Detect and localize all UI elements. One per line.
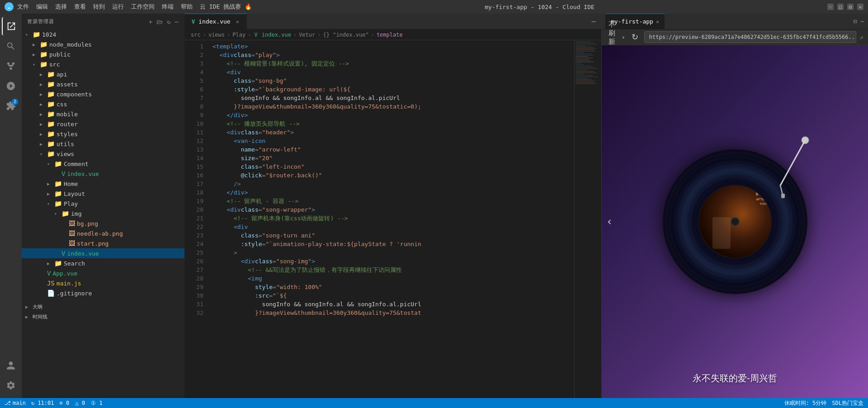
sidebar: 资源管理器 + 🗁 ↻ ⋯ ▾ 📁 1024 ▶ 📁 node_modules bbox=[22, 14, 184, 398]
window-title: my-first-app - 1024 - Cloud IDE bbox=[255, 4, 824, 10]
tree-item-api[interactable]: ▶ 📁 api bbox=[22, 69, 184, 79]
git-branch-status[interactable]: ⎇ main bbox=[5, 400, 26, 406]
code-line-30: :src="`${ bbox=[212, 291, 569, 300]
errors-status[interactable]: ⊘ 0 △ 0 ① 1 bbox=[60, 400, 103, 406]
code-line-26: <div class="song-img"> bbox=[212, 257, 569, 266]
tree-item-mobile[interactable]: ▶ 📁 mobile bbox=[22, 109, 184, 119]
sidebar-header-actions[interactable]: + 🗁 ↻ ⋯ bbox=[149, 18, 179, 25]
menu-edit[interactable]: 编辑 bbox=[36, 3, 48, 11]
account-icon[interactable] bbox=[2, 356, 20, 375]
settings-icon[interactable] bbox=[2, 376, 20, 394]
maximize-button[interactable]: □ bbox=[837, 4, 844, 10]
tree-item-home[interactable]: ▶ 📁 Home bbox=[22, 179, 184, 189]
preview-tab-close-button[interactable]: ✕ bbox=[656, 19, 659, 25]
split-button[interactable]: ⊟ bbox=[847, 4, 854, 10]
browser-reload-button[interactable]: ↻ bbox=[630, 32, 641, 43]
code-line-31: songInfo && songInfo.al && songInfo.al.p… bbox=[212, 300, 569, 308]
debug-icon[interactable] bbox=[2, 77, 20, 95]
menu-terminal[interactable]: 终端 bbox=[162, 3, 174, 11]
tree-item-play[interactable]: ▾ 📁 Play bbox=[22, 199, 184, 209]
tab-close-button[interactable]: ✕ bbox=[236, 19, 239, 25]
tree-item-gitignore[interactable]: 📄 .gitignore bbox=[22, 288, 184, 298]
tree-item-outline-header[interactable]: ▶ 大纲 bbox=[22, 302, 184, 312]
menu-select[interactable]: 选择 bbox=[55, 3, 67, 11]
menu-view[interactable]: 查看 bbox=[74, 3, 86, 11]
code-line-13: name="arrow-left" bbox=[212, 145, 569, 154]
tree-item-needle-ab-png[interactable]: 🖼 needle-ab.png bbox=[22, 228, 184, 238]
extensions-icon[interactable]: 2 bbox=[2, 97, 20, 115]
svg-line-4 bbox=[780, 140, 805, 185]
open-external-icon[interactable]: ↗ bbox=[860, 33, 863, 41]
sync-status[interactable]: ↻ 11:01 bbox=[31, 400, 54, 406]
tree-item-assets[interactable]: ▶ 📁 assets bbox=[22, 79, 184, 89]
git-branch-label: main bbox=[13, 400, 26, 406]
minimize-button[interactable]: － bbox=[827, 4, 834, 10]
tree-item-utils[interactable]: ▶ 📁 utils bbox=[22, 139, 184, 149]
more-actions-icon[interactable]: ⋯ bbox=[591, 17, 596, 26]
code-line-4: <div bbox=[212, 68, 569, 76]
breadcrumb-template[interactable]: template bbox=[377, 32, 403, 38]
code-editor[interactable]: <template> <div class="play"> <!-- 模糊背景(… bbox=[207, 40, 574, 398]
menu-goto[interactable]: 转到 bbox=[93, 3, 105, 11]
menu-run[interactable]: 运行 bbox=[112, 3, 124, 11]
breadcrumb: src › views › Play › V index.vue › Vetur… bbox=[184, 29, 601, 40]
tree-item-public[interactable]: ▶ 📁 public bbox=[22, 49, 184, 59]
tree-item-views[interactable]: ▾ 📁 views bbox=[22, 149, 184, 159]
svg-point-0 bbox=[9, 67, 12, 70]
dropdown-arrow-icon[interactable]: ▾ bbox=[622, 34, 625, 41]
sidebar-content: ▾ 📁 1024 ▶ 📁 node_modules ▶ 📁 public ▾ 📁… bbox=[22, 29, 184, 398]
tab-index-vue[interactable]: V index.vue ✕ bbox=[184, 14, 247, 29]
tree-item-play-index-vue[interactable]: V index.vue bbox=[22, 248, 184, 258]
tree-item-layout[interactable]: ▶ 📁 Layout bbox=[22, 189, 184, 199]
git-icon[interactable] bbox=[2, 57, 20, 75]
explorer-icon[interactable] bbox=[2, 17, 20, 35]
tree-item-timeline-header[interactable]: ▶ 时间线 bbox=[22, 312, 184, 322]
tree-root[interactable]: ▾ 📁 1024 bbox=[22, 29, 184, 39]
tree-item-comment[interactable]: ▾ 📁 Comment bbox=[22, 159, 184, 169]
window-controls[interactable]: － □ ⊟ ✕ bbox=[827, 4, 863, 10]
encoding-status[interactable]: SDL热门宝盒 bbox=[832, 399, 863, 407]
sync-label: 11:01 bbox=[38, 400, 54, 406]
code-line-9: </div> bbox=[212, 111, 569, 119]
tree-item-css[interactable]: ▶ 📁 css bbox=[22, 99, 184, 109]
code-line-8: }?imageView&thumbnail=360y360&quality=75… bbox=[212, 102, 569, 111]
menu-bar[interactable]: 文件 编辑 选择 查看 转到 运行 工作空间 终端 帮助 云 IDE 挑战赛 🔥 bbox=[17, 3, 252, 11]
close-button[interactable]: ✕ bbox=[857, 4, 863, 10]
sync-icon: ↻ bbox=[31, 400, 34, 406]
tree-item-start-png[interactable]: 🖼 start.png bbox=[22, 238, 184, 248]
new-folder-icon[interactable]: 🗁 bbox=[156, 18, 163, 25]
tree-item-router[interactable]: ▶ 📁 router bbox=[22, 119, 184, 129]
tree-item-main-js[interactable]: JS main.js bbox=[22, 278, 184, 288]
sidebar-header: 资源管理器 + 🗁 ↻ ⋯ bbox=[22, 14, 184, 29]
menu-help[interactable]: 帮助 bbox=[181, 3, 193, 11]
album-art-text: 享 未 来AFTERYOU bbox=[755, 192, 767, 207]
collapse-all-icon[interactable]: ⋯ bbox=[175, 18, 179, 25]
new-file-icon[interactable]: + bbox=[149, 18, 153, 25]
tree-item-src[interactable]: ▾ 📁 src bbox=[22, 59, 184, 69]
browser-refresh-button[interactable]: 不刷新 ▾ bbox=[606, 32, 617, 43]
code-line-20: <div class="song-wrapper"> bbox=[212, 205, 569, 214]
refresh-explorer-icon[interactable]: ↻ bbox=[167, 18, 171, 25]
menu-challenge[interactable]: 云 IDE 挑战赛 🔥 bbox=[200, 3, 252, 11]
tree-item-play-img[interactable]: ▾ 📁 img bbox=[22, 209, 184, 218]
browser-url-bar[interactable]: https://preview-6289aca71a7e4862742d51ec… bbox=[644, 31, 856, 43]
tree-item-bg-png[interactable]: 🖼 bg.png bbox=[22, 218, 184, 228]
tree-item-comment-index-vue[interactable]: V index.vue bbox=[22, 169, 184, 179]
status-right: 休眠时间: 5分钟 SDL热门宝盒 bbox=[784, 399, 863, 407]
split-editor-icon[interactable]: ⊟ bbox=[853, 18, 857, 25]
code-line-7: songInfo && songInfo.al && songInfo.al.p… bbox=[212, 94, 569, 102]
tree-item-app-vue[interactable]: V App.vue bbox=[22, 268, 184, 278]
search-activity-icon[interactable] bbox=[2, 37, 20, 55]
preview-back-button[interactable]: ‹ bbox=[606, 215, 613, 228]
tree-item-node-modules[interactable]: ▶ 📁 node_modules bbox=[22, 39, 184, 49]
preview-content: ‹ bbox=[602, 45, 868, 398]
more-preview-actions-icon[interactable]: ⋯ bbox=[861, 18, 864, 25]
tree-item-styles[interactable]: ▶ 📁 styles bbox=[22, 129, 184, 139]
tree-item-components[interactable]: ▶ 📁 components bbox=[22, 89, 184, 99]
tree-item-search[interactable]: ▶ 📁 Search bbox=[22, 258, 184, 268]
menu-workspace[interactable]: 工作空间 bbox=[131, 3, 155, 11]
needle-container bbox=[767, 136, 812, 201]
idle-time-status[interactable]: 休眠时间: 5分钟 bbox=[784, 399, 827, 407]
preview-tab-label: my-first-app bbox=[611, 18, 653, 25]
menu-file[interactable]: 文件 bbox=[17, 3, 29, 11]
